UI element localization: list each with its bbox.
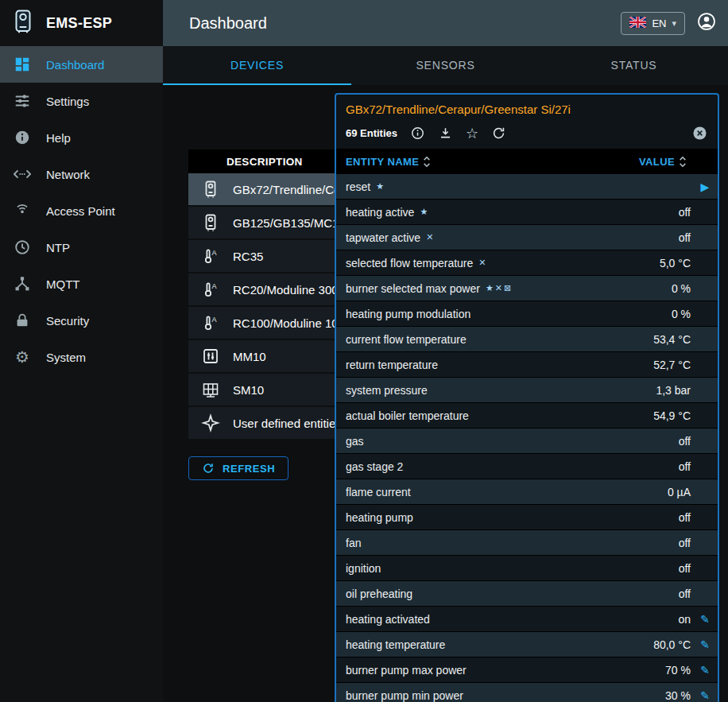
entity-name: actual boiler temperature [346,409,469,422]
entity-row[interactable]: gasoff [336,429,718,454]
entity-name: heating pump modulation [346,308,470,320]
device-label: RC20/Moduline 300 [233,283,339,297]
entity-name: return temperature [346,359,438,371]
info-icon[interactable] [410,126,425,141]
sidebar-item-label: Settings [46,95,89,108]
device-label: MM10 [233,350,266,363]
entity-row[interactable]: heating pumpoff [336,505,718,530]
edit-icon[interactable]: ✎ [692,690,718,701]
sidebar-item-settings[interactable]: Settings [0,83,163,119]
entity-row[interactable]: heating pump modulation0 % [336,301,718,327]
entity-row[interactable]: gas stage 2off [336,454,718,479]
ems-esp-app: EMS-ESP Dashboard Settings Help Network [0,0,728,702]
wifi-tethering-icon [13,202,32,219]
edit-icon[interactable]: ✎ [692,639,718,650]
entity-row[interactable]: burner selected max power★✕⊠0 % [336,276,718,301]
sidebar-item-label: MQTT [46,277,80,291]
entity-flags: ✕ [426,232,435,242]
account-icon[interactable] [696,11,717,35]
tab-status[interactable]: STATUS [540,46,728,85]
close-icon[interactable] [691,125,708,142]
sidebar-item-label: System [46,351,86,364]
entity-row[interactable]: heating activatedon✎ [336,607,718,632]
entity-name: gas stage 2 [346,460,403,473]
entity-row[interactable]: heating active★off [336,200,718,225]
run-command-icon[interactable]: ▶ [692,181,718,192]
tab-devices[interactable]: DEVICES [163,46,351,85]
entity-value: off [679,435,691,448]
entity-row[interactable]: actual boiler temperature54,9 °C [336,403,718,429]
entity-row[interactable]: ignitionoff [336,556,718,581]
entity-name: heating pump [346,511,413,524]
download-icon[interactable] [438,126,453,141]
entities-count: 69 Entities [346,127,397,139]
gear-icon: ⚙ [13,349,32,365]
panel-device-title: GBx72/Trendline/Cerapur/Greenstar Si/27i [336,95,718,119]
entity-name: selected flow temperature [346,257,473,270]
device-label: SM10 [233,383,264,397]
thermostat-icon: A [201,246,220,266]
favorites-filter-icon[interactable]: ☆ [466,126,478,141]
entity-row[interactable]: selected flow temperature✕5,0 °C [336,250,718,276]
sidebar-item-label: Help [46,131,71,145]
entity-name: heating activated [346,613,430,626]
device-label: GB125/GB135/MC10 [233,216,346,230]
uk-flag-icon [629,17,646,30]
entity-row[interactable]: burner pump max power70 %✎ [336,657,718,683]
entity-row[interactable]: burner pump min power30 %✎ [336,683,718,702]
device-label: RC100/Moduline 100 [233,316,345,330]
sidebar-item-dashboard[interactable]: Dashboard [0,46,163,83]
info-icon [13,129,32,146]
entity-name: burner pump max power [346,664,467,677]
entity-row[interactable]: reset★▶ [336,174,718,200]
thermostat-icon: A [201,280,220,299]
entity-row[interactable]: system pressure1,3 bar [336,378,718,403]
sidebar-item-help[interactable]: Help [0,119,163,156]
entity-row[interactable]: flame current0 µA [336,479,718,505]
refresh-button-label: REFRESH [223,463,275,475]
entity-value: off [679,460,691,473]
entity-row[interactable]: oil preheatingoff [336,581,718,607]
sidebar-item-security[interactable]: Security [0,302,163,339]
edit-icon[interactable]: ✎ [692,614,718,625]
sidebar-item-label: Network [46,168,90,181]
ethernet-icon [13,165,32,183]
entity-value: 1,3 bar [656,384,691,397]
entity-value: 0 µA [668,486,691,498]
edit-icon[interactable]: ✎ [692,665,718,676]
entity-value: off [679,206,691,219]
entity-value: 70 % [665,664,691,677]
tune-icon [13,92,32,110]
sidebar-item-label: NTP [46,241,70,254]
entity-name: ignition [346,562,381,575]
entity-value: 0 % [672,308,691,320]
clock-icon [13,239,32,256]
sidebar-item-ntp[interactable]: NTP [0,229,163,266]
sidebar-item-network[interactable]: Network [0,156,163,192]
refresh-icon[interactable] [491,126,506,141]
entity-row[interactable]: current flow temperature53,4 °C [336,327,718,352]
sort-icon[interactable] [678,155,687,169]
sidebar-item-mqtt[interactable]: MQTT [0,266,163,302]
entity-value: 80,0 °C [653,638,691,651]
entity-name: system pressure [346,384,428,397]
sidebar-item-system[interactable]: ⚙ System [0,339,163,375]
svg-text:A: A [212,282,217,290]
sidebar-item-label: Security [46,314,89,328]
sidebar-item-label: Access Point [46,204,115,218]
refresh-button[interactable]: REFRESH [188,456,288,480]
app-title: EMS-ESP [46,15,112,32]
entity-row[interactable]: tapwater active✕off [336,225,718,250]
sidebar-item-access-point[interactable]: Access Point [0,192,163,229]
entity-row[interactable]: heating temperature80,0 °C✎ [336,632,718,657]
entity-row[interactable]: fanoff [336,530,718,556]
entity-row[interactable]: return temperature52,7 °C [336,352,718,378]
entity-name: fan [346,537,361,549]
entity-name: burner selected max power [346,282,480,295]
entity-value: 52,7 °C [653,359,691,371]
sort-icon[interactable] [422,155,432,169]
tab-sensors[interactable]: SENSORS [351,46,540,85]
language-selector[interactable]: EN ▾ [621,12,685,35]
entity-flags: ✕ [478,258,487,268]
entity-rows: reset★▶ heating active★off tapwater acti… [336,174,718,702]
